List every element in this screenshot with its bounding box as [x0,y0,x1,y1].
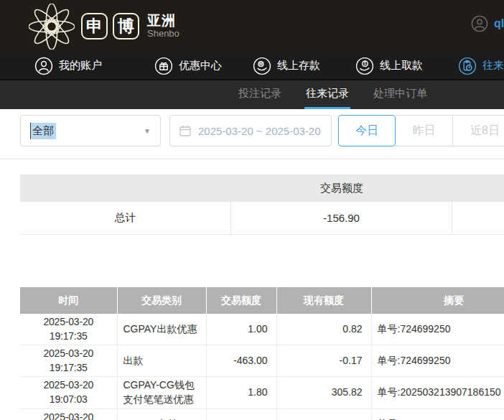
logo-region-text: 亚洲 [147,14,179,29]
nav-item-transactions[interactable]: 往来记录 [458,57,504,75]
table-row: 2025-03-20 19:17:35CGPAY出款优惠1.000.82单号:7… [20,314,504,345]
username-text: ql [494,17,504,30]
cell-type: CGPAY出款优惠 [117,314,206,345]
flower-logo-icon [29,4,75,50]
nav-item-online-withdraw[interactable]: $线上取款 [355,57,423,75]
nav-item-label: 线上取款 [380,59,423,73]
transactions-table-head: 时间交易类别交易额度现有额度摘要 [20,287,504,314]
transaction-type-select[interactable]: 全部 ▼ [20,115,161,146]
site-logo[interactable]: 申 博 亚洲 Shenbo [29,4,179,50]
cell-balance: 304.02 [276,409,371,420]
nav-item-label: 我的账户 [59,59,102,73]
summary-total-value: -156.90 [231,202,452,234]
logo-char-box: 申 [81,13,108,39]
logo-wordmark: 亚洲 Shenbo [147,14,179,39]
transactions-table: 时间交易类别交易额度现有额度摘要 2025-03-20 19:17:35CGPA… [20,287,504,420]
table-row: 2025-03-20 19:07:03CGPAY支付300.00304.02单号… [20,409,504,420]
section-divider [0,159,504,159]
cell-time: 2025-03-20 19:17:35 [20,345,117,377]
range-button-today[interactable]: 今日 [338,115,396,146]
column-header: 交易额度 [206,287,276,314]
tab-bet-records[interactable]: 投注记录 [237,80,283,109]
summary-amount-header: 交易额度 [231,182,452,195]
cell-memo: 单号:724699250 [371,314,504,345]
range-button-last-8-days[interactable]: 近8日 [453,115,504,146]
cell-memo: 单号:202503213907186150 [371,409,504,420]
logo-characters: 申 博 [81,13,139,39]
cell-time: 2025-03-20 19:17:35 [20,314,117,345]
range-button-yesterday[interactable]: 昨日 [396,115,453,146]
nav-item-my-account[interactable]: 我的账户 [34,57,102,75]
summary-total-row: 总计 -156.90 [20,202,504,235]
nav-item-label: 往来记录 [482,59,504,73]
logo-char-box: 博 [113,13,139,39]
cell-balance: 0.82 [276,314,371,345]
summary-table: 交易额度 总计 -156.90 [20,174,504,235]
date-range-input[interactable]: 2025-03-20 ~ 2025-03-20 [169,115,332,146]
logo-subtitle-text: Shenbo [147,29,179,39]
nav-item-label: 优惠中心 [179,59,222,73]
records-icon [458,57,477,75]
column-header: 摘要 [371,287,504,314]
summary-header-row: 交易额度 [20,174,504,202]
header-row: 时间交易类别交易额度现有额度摘要 [20,287,504,314]
transactions-table-body: 2025-03-20 19:17:35CGPAY出款优惠1.000.82单号:7… [20,314,504,420]
calendar-icon [179,124,192,137]
date-range-value: 2025-03-20 ~ 2025-03-20 [198,125,321,137]
tab-transaction-records[interactable]: 往来记录 [304,80,350,109]
cell-time: 2025-03-20 19:07:03 [20,409,117,420]
column-header: 时间 [20,287,117,314]
cell-amount: 300.00 [206,409,276,420]
cell-amount: 1.00 [206,314,276,345]
user-account-area[interactable]: ql [471,15,504,32]
table-row: 2025-03-20 19:17:35出款-463.00-0.17单号:7246… [20,345,504,377]
cell-amount: 1.80 [206,377,276,409]
cell-memo: 单号:724699250 [371,345,504,377]
deposit-icon [253,57,271,75]
nav-item-label: 线上存款 [277,59,320,73]
cell-memo: 单号:202503213907186150 [371,377,504,409]
cell-type: CGPAY支付 [117,409,206,420]
cell-amount: -463.00 [206,345,276,377]
cell-balance: -0.17 [276,345,371,377]
nav-item-promo-center[interactable]: 优惠中心 [154,57,222,75]
gift-icon [154,57,173,75]
svg-text:$: $ [364,61,367,66]
select-selected-value: 全部 [30,123,56,139]
cell-time: 2025-03-20 19:07:03 [20,377,117,409]
tab-pending-orders[interactable]: 处理中订单 [372,80,429,109]
withdraw-icon: $ [355,57,374,75]
chevron-down-icon: ▼ [144,127,151,135]
table-row: 2025-03-20 19:07:03CGPAY-CG钱包支付笔笔送优惠1.80… [20,377,504,409]
top-header: 申 博 亚洲 Shenbo ql [0,0,504,52]
cell-type: 出款 [117,345,206,377]
column-header: 现有额度 [276,287,371,314]
cell-type: CGPAY-CG钱包支付笔笔送优惠 [117,377,206,409]
summary-empty-cell [452,202,504,234]
tab-bar: 投注记录往来记录处理中订单 [0,80,504,109]
column-header: 交易类别 [117,287,206,314]
nav-bar: 我的账户优惠中心线上存款$线上取款往来记录 [0,52,504,80]
cell-balance: 305.82 [276,377,371,409]
avatar-icon [471,15,488,32]
date-range-button-group: 今日昨日近8日 [338,115,504,146]
nav-item-online-deposit[interactable]: 线上存款 [253,57,320,75]
user-icon [34,57,53,75]
summary-total-label: 总计 [20,202,231,234]
